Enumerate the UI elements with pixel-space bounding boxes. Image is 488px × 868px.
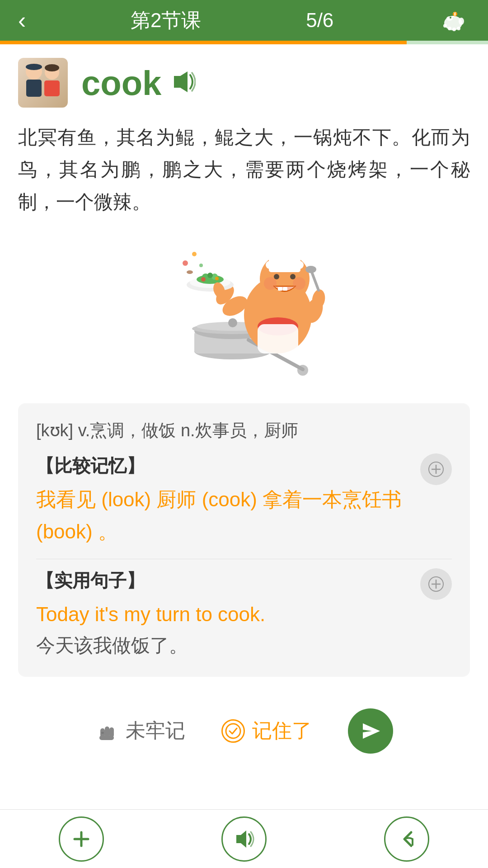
svg-rect-29 — [258, 324, 298, 354]
memorized-label: 记住了 — [252, 717, 312, 744]
not-memorized-button[interactable]: 未牢记 — [95, 717, 185, 744]
svg-point-38 — [201, 277, 206, 282]
svg-point-44 — [271, 245, 298, 256]
svg-point-49 — [264, 277, 277, 290]
svg-point-6 — [448, 27, 451, 30]
svg-point-45 — [274, 274, 279, 279]
svg-point-17 — [26, 64, 42, 70]
volume-button[interactable] — [221, 816, 267, 862]
svg-point-7 — [452, 28, 456, 31]
avatar — [18, 58, 68, 108]
svg-point-1 — [459, 18, 464, 25]
chef-illustration — [18, 231, 470, 390]
memorized-check-icon — [221, 719, 245, 743]
chinese-description: 北冥有鱼，其名为鲲，鲲之大，一锅炖不下。化而为鸟，其名为鹏，鹏之大，需要两个烧烤… — [18, 121, 470, 218]
svg-text:¥: ¥ — [454, 12, 456, 17]
practical-section: 【实用句子】 Today it's my turn to cook. 今天该我做… — [36, 568, 452, 661]
svg-point-57 — [199, 264, 203, 267]
svg-rect-68 — [99, 736, 114, 740]
svg-rect-48 — [283, 287, 287, 291]
add-button[interactable] — [59, 816, 104, 862]
svg-point-2 — [446, 16, 453, 21]
svg-rect-43 — [266, 261, 304, 269]
svg-point-55 — [183, 260, 188, 266]
memory-title: 【比较记忆】 — [36, 453, 452, 478]
main-content: cook 北冥有鱼，其名为鲲，鲲之大，一锅炖不下。化而为鸟，其名为鹏，鹏之大，需… — [0, 44, 488, 785]
back-button[interactable]: ‹ — [18, 9, 26, 32]
svg-marker-18 — [174, 71, 188, 92]
memory-section: 【比较记忆】 我看见 (look) 厨师 (cook) 拿着一本烹饪书 (boo… — [36, 453, 452, 547]
memory-pin-button[interactable] — [420, 453, 452, 485]
svg-point-54 — [305, 266, 316, 273]
svg-rect-13 — [28, 80, 31, 89]
practical-title: 【实用句子】 — [36, 568, 452, 593]
svg-point-26 — [297, 365, 308, 376]
bottom-nav — [0, 809, 488, 868]
sound-button[interactable] — [170, 71, 196, 95]
header: ‹ 第2节课 5/6 ¥ — [0, 0, 488, 41]
word-row: cook — [18, 58, 470, 108]
svg-marker-74 — [236, 830, 246, 848]
svg-point-5 — [443, 24, 447, 28]
svg-rect-69 — [101, 732, 104, 734]
svg-point-3 — [450, 17, 451, 19]
svg-point-16 — [45, 64, 59, 71]
practical-pin-button[interactable] — [420, 568, 452, 600]
progress-fill — [0, 41, 407, 44]
svg-point-46 — [290, 274, 296, 279]
svg-point-37 — [207, 273, 213, 278]
divider — [36, 559, 452, 559]
word-display: cook — [81, 63, 161, 103]
definition-box: [kʊk] v.烹调，做饭 n.炊事员，厨师 【比较记忆】 我看见 (look)… — [18, 403, 470, 676]
svg-point-50 — [293, 277, 305, 290]
progress-bar — [0, 41, 488, 44]
phonetic: [kʊk] v.烹调，做饭 n.炊事员，厨师 — [36, 419, 452, 442]
not-memorized-label: 未牢记 — [126, 717, 185, 744]
memorized-button[interactable]: 记住了 — [221, 717, 312, 744]
svg-line-53 — [312, 272, 319, 290]
sentence-english: Today it's my turn to cook. — [36, 599, 452, 630]
lesson-title: 第2节课 — [131, 7, 201, 34]
progress-text: 5/6 — [306, 9, 333, 32]
svg-point-39 — [215, 277, 219, 280]
svg-point-58 — [187, 270, 193, 274]
memory-content: 我看见 (look) 厨师 (cook) 拿着一本烹饪书 (book) 。 — [36, 484, 452, 547]
word-and-sound: cook — [81, 63, 196, 103]
svg-point-70 — [226, 724, 240, 738]
svg-marker-71 — [363, 723, 380, 739]
action-bar: 未牢记 记住了 — [18, 690, 470, 772]
sentence-chinese: 今天该我做饭了。 — [36, 630, 452, 660]
send-button[interactable] — [348, 708, 393, 754]
svg-point-8 — [457, 27, 460, 30]
coin-button[interactable]: ¥ — [438, 5, 470, 36]
svg-point-56 — [192, 252, 197, 256]
svg-point-24 — [228, 318, 237, 327]
svg-rect-47 — [278, 287, 282, 291]
svg-rect-15 — [44, 80, 60, 96]
back-button-nav[interactable] — [384, 816, 429, 862]
